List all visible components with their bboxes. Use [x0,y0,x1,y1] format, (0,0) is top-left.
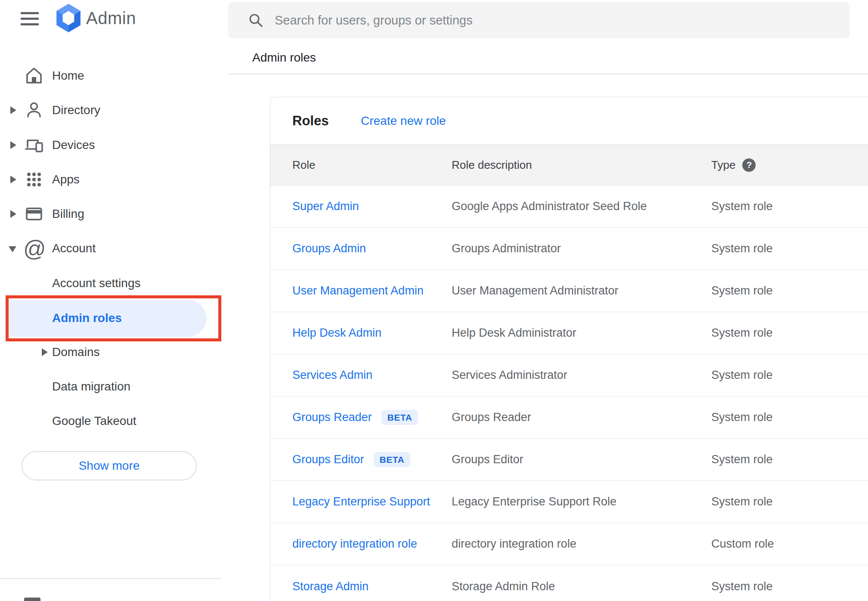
role-link[interactable]: directory integration role [292,537,417,551]
sidebar-item-label: Home [52,69,84,83]
role-link[interactable]: Groups Admin [292,242,366,255]
sidebar-item-home[interactable]: Home [0,59,228,93]
global-search-bar[interactable] [228,2,850,38]
sidebar: Admin Home Directory [0,0,228,601]
column-header-role: Role [292,158,315,172]
expand-arrow-icon[interactable] [42,348,48,356]
role-type: System role [711,453,773,466]
home-icon [24,66,44,86]
admin-logo-icon [54,3,83,33]
table-row: Legacy Enterprise Support Legacy Enterpr… [270,481,868,523]
table-row: Help Desk Admin Help Desk Administrator … [270,312,868,354]
role-description: User Management Administrator [452,284,618,297]
sidebar-item-directory[interactable]: Directory [0,93,228,127]
sidebar-item-label: Account [52,242,96,255]
table-row: Super Admin Google Apps Administrator Se… [270,186,868,228]
sidebar-divider [0,578,221,579]
table-row: User Management Admin User Management Ad… [270,270,868,312]
expand-arrow-icon[interactable] [10,141,16,149]
sidebar-item-label: Devices [52,138,95,152]
devices-icon [24,135,44,155]
table-row: Groups Admin Groups Administrator System… [270,228,868,270]
menu-hamburger-icon[interactable] [21,11,39,26]
annotation-highlight-box [6,295,221,341]
role-description: Legacy Enterprise Support Role [452,495,617,508]
breadcrumb: Admin roles [252,51,316,65]
role-description: Groups Reader [452,411,531,424]
role-link[interactable]: Legacy Enterprise Support [292,495,430,508]
sidebar-item-google-takeout[interactable]: Google Takeout [0,404,228,438]
role-description: Groups Administrator [452,242,561,255]
role-description: Help Desk Administrator [452,326,577,340]
role-type: System role [711,580,773,593]
create-new-role-link[interactable]: Create new role [361,114,446,128]
role-description: Storage Admin Role [452,580,555,593]
sidebar-item-label: Data migration [52,380,130,393]
sidebar-item-label: Account settings [52,276,140,290]
google-admin-console: Admin Home Directory [0,0,868,601]
roles-card: Roles Create new role Role Role descript… [270,97,868,601]
table-row: Storage Admin Storage Admin Role System … [270,565,868,601]
role-link[interactable]: Help Desk Admin [292,326,381,340]
role-type: System role [711,411,773,424]
search-icon [248,12,264,28]
sidebar-item-account[interactable]: @ Account [0,231,228,266]
role-type: System role [711,284,773,297]
beta-badge: BETA [381,410,418,425]
role-link[interactable]: User Management Admin [292,284,424,297]
clipped-bottom-icon [24,598,40,601]
sidebar-item-label: Google Takeout [52,414,136,428]
role-link[interactable]: Storage Admin [292,580,369,593]
credit-card-icon [24,204,44,224]
column-header-description: Role description [452,158,532,172]
collapse-arrow-icon[interactable] [9,246,16,252]
person-icon [24,100,44,120]
sidebar-item-label: Domains [52,345,99,359]
card-title: Roles [292,113,329,129]
role-link[interactable]: Groups Reader [292,411,372,424]
search-input[interactable] [275,13,837,28]
column-header-type: Type [711,158,735,172]
role-description: Groups Editor [452,453,524,466]
expand-arrow-icon[interactable] [10,210,16,218]
role-description: directory integration role [452,537,577,551]
beta-badge: BETA [374,452,411,467]
role-type: Custom role [711,537,774,551]
role-link[interactable]: Services Admin [292,369,372,382]
sidebar-item-devices[interactable]: Devices [0,128,228,162]
help-icon[interactable]: ? [742,158,756,172]
sidebar-item-data-migration[interactable]: Data migration [0,369,228,404]
sidebar-item-billing[interactable]: Billing [0,197,228,231]
expand-arrow-icon[interactable] [10,106,16,114]
expand-arrow-icon[interactable] [10,176,16,183]
content-divider [228,74,868,74]
table-header-row: Role Role description Type ? [270,144,868,186]
sidebar-item-label: Billing [52,207,84,221]
sidebar-item-domains[interactable]: Domains [0,335,228,369]
role-type: System role [711,326,773,340]
app-title: Admin [86,9,136,28]
table-row: directory integration role directory int… [270,523,868,565]
role-type: System role [711,242,773,255]
table-row: Groups Editor BETA Groups Editor System … [270,439,868,481]
sidebar-item-apps[interactable]: Apps [0,162,228,197]
role-type: System role [711,369,773,382]
table-row: Groups Reader BETA Groups Reader System … [270,397,868,439]
apps-grid-icon [24,170,44,189]
sidebar-item-label: Directory [52,103,100,117]
role-link[interactable]: Groups Editor [292,453,364,466]
table-row: Services Admin Services Administrator Sy… [270,354,868,397]
role-type: System role [711,200,773,213]
role-link[interactable]: Super Admin [292,200,359,213]
at-sign-icon: @ [23,237,46,260]
role-description: Google Apps Administrator Seed Role [452,200,647,213]
sidebar-item-label: Apps [52,173,80,186]
role-description: Services Administrator [452,369,567,382]
card-header: Roles Create new role [270,97,868,144]
show-more-button[interactable]: Show more [22,451,197,480]
role-type: System role [711,495,773,508]
